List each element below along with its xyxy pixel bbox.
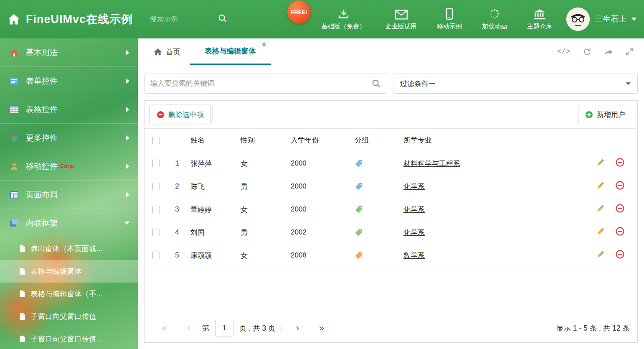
user-menu[interactable]: 三生石上 <box>566 8 636 31</box>
row-year: 2008 <box>287 251 349 260</box>
home-tab-icon <box>154 48 162 56</box>
filter-dropdown-value: 过滤条件一 <box>400 79 436 89</box>
search-icon[interactable] <box>372 79 381 88</box>
sidebar-item-basic-usage[interactable]: 基本用法 <box>0 38 138 67</box>
share-icon[interactable] <box>604 48 613 56</box>
add-user-button[interactable]: 新增用户 <box>578 106 632 123</box>
filter-row: 过滤条件一 <box>138 65 644 94</box>
file-icon <box>19 313 25 320</box>
form-icon <box>9 76 19 86</box>
edit-pencil-icon[interactable] <box>596 181 605 190</box>
row-name: 刘国 <box>186 228 236 237</box>
nav-label: 基础版（免费） <box>322 23 365 31</box>
delete-selected-button[interactable]: 删除选中项 <box>150 106 211 123</box>
page-prefix-label: 第 <box>202 323 210 333</box>
edit-pencil-icon[interactable] <box>596 250 605 259</box>
tab-grid-edit-window[interactable]: 表格与编辑窗体 × <box>190 38 271 65</box>
top-header: FineUIMvc在线示例 FREE! 基础版（免费） 企业版试用 移动示例 <box>0 0 644 38</box>
delete-row-icon[interactable] <box>616 204 624 213</box>
source-code-icon[interactable]: </> <box>557 48 570 56</box>
pagination: « ‹ 第 页 , 共 3 页 › » 显示 1 - 5 条 , 共 12 条 <box>145 314 637 342</box>
row-checkbox[interactable] <box>152 206 160 213</box>
chevron-down-icon <box>631 18 636 21</box>
prev-page-button[interactable]: ‹ <box>177 324 200 333</box>
row-checkbox[interactable] <box>152 252 160 259</box>
delete-row-icon[interactable] <box>616 227 624 236</box>
nav-item-mobile-demo[interactable]: 移动示例 <box>437 8 462 31</box>
row-index: 5 <box>168 251 186 260</box>
chevron-right-icon <box>126 107 129 112</box>
delete-row-icon[interactable] <box>616 250 624 259</box>
chevron-right-icon <box>126 79 129 84</box>
edit-pencil-icon[interactable] <box>596 227 605 236</box>
edit-pencil-icon[interactable] <box>596 158 605 167</box>
row-index: 3 <box>168 205 186 214</box>
nav-item-theme-repo[interactable]: 主题仓库 <box>527 8 552 31</box>
chevron-right-icon <box>126 50 129 55</box>
row-checkbox[interactable] <box>152 183 160 190</box>
tab-home[interactable]: 首页 <box>145 38 190 65</box>
chevron-right-icon <box>126 192 129 197</box>
sidebar-subitem-child-to-parent[interactable]: 子窗口向父窗口传值 <box>0 305 138 328</box>
major-link[interactable]: 数学系 <box>403 252 425 260</box>
sidebar-subitem-grid-edit-window[interactable]: 表格与编辑窗体 <box>0 260 138 283</box>
row-name: 康颖颖 <box>186 251 236 260</box>
page-number-input[interactable] <box>215 320 233 336</box>
chevron-down-icon <box>124 222 129 225</box>
sidebar-item-more-controls[interactable]: 更多控件 <box>0 124 138 152</box>
tag-icon <box>355 251 363 260</box>
sidebar-subitem-popup-window[interactable]: 弹出窗体（本页面或... <box>0 237 138 260</box>
tab-label: 首页 <box>166 47 180 57</box>
sidebar-subitem-child-to-parent-2[interactable]: 子窗口向父窗口传值... <box>0 328 138 349</box>
file-icon <box>19 335 25 343</box>
last-page-button[interactable]: » <box>309 324 334 333</box>
sidebar-item-mobile-controls[interactable]: 移动控件 Corp. <box>0 152 138 181</box>
edit-pencil-icon[interactable] <box>596 204 605 213</box>
house-icon <box>9 48 19 58</box>
download-icon <box>338 8 350 20</box>
major-link[interactable]: 材料科学与工程系 <box>403 160 460 168</box>
sidebar-subitem-grid-edit-window-no[interactable]: 表格与编辑窗体（不... <box>0 283 138 305</box>
sidebar-item-grid-controls[interactable]: 表格控件 <box>0 95 138 124</box>
row-checkbox[interactable] <box>152 229 160 236</box>
select-all-checkbox[interactable] <box>152 137 160 144</box>
nav-item-loading-animation[interactable]: 加载动画 <box>482 8 507 31</box>
major-link[interactable]: 化学系 <box>403 206 425 214</box>
sidebar-item-label: 移动控件 <box>26 161 58 172</box>
sidebar-item-inline-frame[interactable]: 内联框架 <box>0 209 138 237</box>
expand-icon[interactable] <box>626 48 633 56</box>
row-name: 陈飞 <box>186 182 236 191</box>
tab-bar: 首页 表格与编辑窗体 × </> <box>138 38 644 65</box>
tab-tools: </> <box>557 38 633 65</box>
row-checkbox[interactable] <box>152 160 160 167</box>
delete-row-icon[interactable] <box>616 158 624 167</box>
next-page-button[interactable]: › <box>286 324 309 333</box>
header-search <box>150 14 227 25</box>
delete-row-icon[interactable] <box>616 181 624 190</box>
nav-label: 企业版试用 <box>385 23 417 31</box>
sidebar-item-page-layout[interactable]: 页面布局 <box>0 181 138 209</box>
row-name: 张萍萍 <box>186 159 236 168</box>
nav-item-basic-free[interactable]: 基础版（免费） <box>322 8 365 31</box>
home-icon[interactable] <box>8 13 20 25</box>
first-page-button[interactable]: « <box>152 324 177 333</box>
row-index: 4 <box>168 228 186 237</box>
nav-item-enterprise-trial[interactable]: 企业版试用 <box>385 8 417 31</box>
user-name: 三生石上 <box>595 14 626 25</box>
header-search-input[interactable] <box>150 15 212 23</box>
close-icon[interactable]: × <box>262 41 266 48</box>
major-link[interactable]: 化学系 <box>403 229 425 237</box>
sidebar-item-label: 更多控件 <box>26 132 58 143</box>
search-icon[interactable] <box>212 14 227 25</box>
keyword-search-input[interactable] <box>150 79 372 88</box>
page-suffix-label: 页 , 共 3 页 <box>239 323 276 333</box>
tab-label: 表格与编辑窗体 <box>205 46 256 56</box>
refresh-icon[interactable] <box>583 48 591 56</box>
filter-dropdown[interactable]: 过滤条件一 <box>393 74 638 94</box>
sidebar-item-form-controls[interactable]: 表单控件 <box>0 67 138 95</box>
table-row: 5 康颖颖 女 2008 数学系 <box>145 244 637 267</box>
row-gender: 女 <box>236 205 287 214</box>
col-year: 入学年份 <box>287 135 349 145</box>
minus-circle-icon <box>157 111 165 119</box>
major-link[interactable]: 化学系 <box>403 183 425 191</box>
